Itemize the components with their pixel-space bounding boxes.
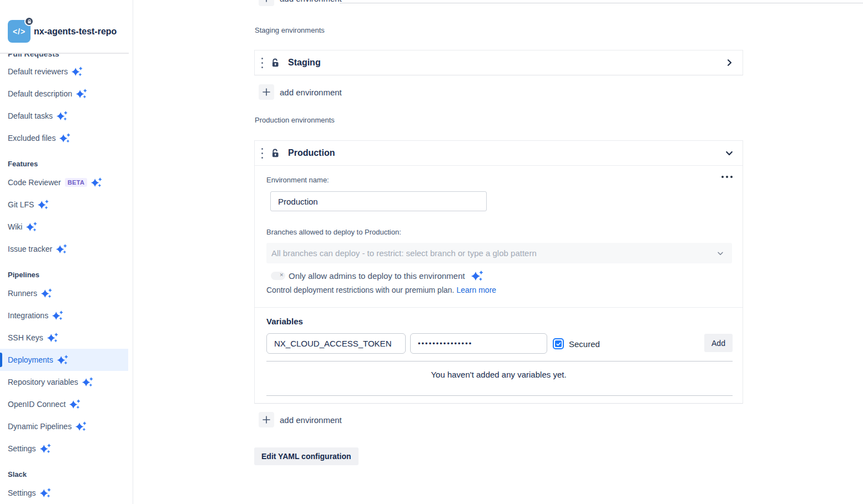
staging-environments-label: Staging environments bbox=[255, 26, 325, 34]
add-variable-button[interactable]: Add bbox=[704, 334, 733, 352]
drag-handle-icon[interactable] bbox=[261, 58, 263, 68]
drag-handle-icon[interactable] bbox=[261, 148, 263, 159]
chevron-right-icon[interactable] bbox=[725, 58, 734, 67]
chevron-down-icon[interactable] bbox=[725, 149, 734, 157]
checkmark-icon bbox=[555, 340, 562, 347]
add-environment-label: add environment bbox=[280, 88, 342, 97]
variable-name-input[interactable] bbox=[266, 333, 406, 354]
plus-icon bbox=[259, 0, 274, 6]
section-divider bbox=[255, 307, 743, 308]
variables-empty-text: You haven't added any variables yet. bbox=[255, 370, 743, 379]
page: </> nx-agents-test-repo Pull Requests De… bbox=[0, 0, 863, 504]
main-content: add environment Staging environments Sta… bbox=[0, 0, 863, 504]
add-environment-label: add environment bbox=[280, 415, 342, 425]
premium-plan-text: Control deployment restrictions with our… bbox=[266, 286, 496, 294]
production-card-title: Production bbox=[288, 148, 335, 158]
variables-heading: Variables bbox=[266, 317, 303, 326]
secured-checkbox[interactable] bbox=[553, 338, 564, 349]
edit-yaml-configuration-button[interactable]: Edit YAML configuration bbox=[254, 447, 359, 465]
staging-card-header: Staging bbox=[255, 50, 743, 75]
unlock-icon bbox=[270, 147, 281, 159]
add-environment-button-clipped[interactable]: add environment bbox=[259, 0, 342, 6]
admins-only-label: Only allow admins to deploy to this envi… bbox=[289, 271, 465, 281]
admins-only-toggle-row: ✕ Only allow admins to deploy to this en… bbox=[271, 270, 483, 282]
environment-name-input[interactable] bbox=[270, 191, 487, 211]
plus-icon bbox=[259, 412, 274, 427]
sparkle-icon bbox=[470, 270, 483, 282]
staging-environment-card: Staging bbox=[254, 50, 743, 75]
production-environment-card: Production Environment name: Branches al… bbox=[254, 140, 743, 404]
secured-label: Secured bbox=[569, 339, 600, 349]
variables-table-divider-bottom bbox=[266, 395, 733, 396]
premium-text: Control deployment restrictions with our… bbox=[266, 286, 454, 294]
top-divider bbox=[340, 3, 863, 3]
unlock-icon bbox=[270, 57, 281, 68]
admins-only-toggle[interactable]: ✕ bbox=[271, 272, 285, 280]
plus-icon bbox=[259, 84, 274, 100]
add-environment-button-2[interactable]: add environment bbox=[259, 412, 342, 427]
environment-name-label: Environment name: bbox=[266, 176, 329, 184]
branch-restriction-select[interactable]: All branches can deploy - to restrict: s… bbox=[266, 243, 732, 263]
production-card-header: Production bbox=[255, 141, 743, 165]
chevron-down-icon bbox=[716, 250, 724, 257]
variable-value-input[interactable] bbox=[410, 333, 547, 354]
add-environment-button[interactable]: add environment bbox=[259, 84, 342, 100]
add-environment-label: add environment bbox=[280, 0, 342, 3]
staging-card-title: Staging bbox=[288, 58, 321, 68]
learn-more-link[interactable]: Learn more bbox=[456, 286, 496, 294]
branch-select-placeholder: All branches can deploy - to restrict: s… bbox=[271, 248, 716, 258]
production-environments-label: Production environments bbox=[255, 116, 335, 124]
toggle-off-x-icon: ✕ bbox=[279, 272, 284, 278]
variables-table-divider-top bbox=[266, 361, 733, 362]
more-options-icon[interactable] bbox=[721, 176, 733, 178]
production-card-body: Environment name: Branches allowed to de… bbox=[255, 165, 743, 404]
branches-allowed-label: Branches allowed to deploy to Production… bbox=[266, 228, 401, 236]
